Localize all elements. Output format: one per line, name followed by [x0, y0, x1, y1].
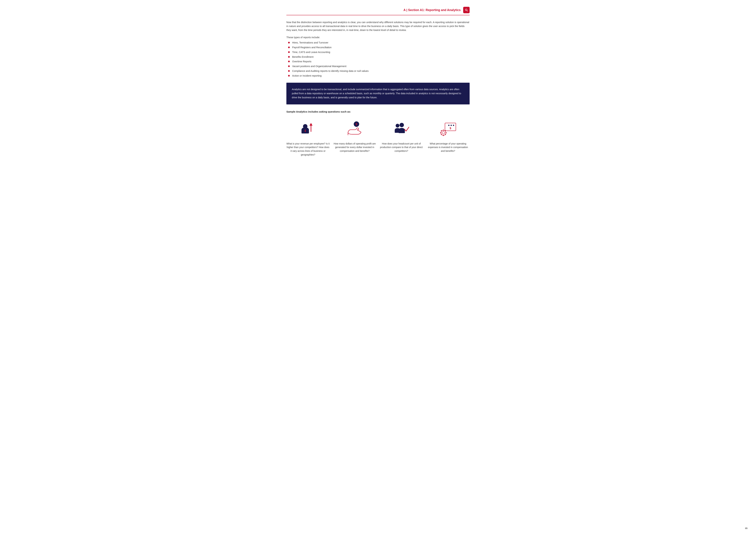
page-header: A | Section A1: Reporting and Analytics — [286, 7, 470, 15]
svg-text:$: $ — [449, 127, 451, 130]
section-title-suffix: Reporting and Analytics — [426, 8, 461, 12]
bullet-dot — [288, 61, 290, 62]
search-button[interactable] — [463, 7, 470, 13]
analytics-card-profit: $ How many dollars of operating profit a… — [333, 120, 376, 157]
info-box: Analytics are not designed to be transac… — [286, 83, 470, 104]
analytics-grid: What is your revenue per employee? Is it… — [286, 120, 470, 157]
section-title: A | Section A1: Reporting and Analytics — [403, 8, 461, 13]
opex-icon: $ — [439, 120, 457, 139]
svg-rect-27 — [446, 132, 446, 133]
bullet-item-text: Overtime Reports — [292, 60, 311, 64]
list-intro-text: These types of reports include: — [286, 36, 470, 40]
info-box-text: Analytics are not designed to be transac… — [292, 88, 461, 99]
bullet-dot — [288, 75, 290, 76]
svg-point-0 — [465, 9, 467, 11]
bullet-item-text: Hires, Terminations and Turnover — [292, 41, 328, 45]
bullet-dot — [288, 42, 290, 43]
analytics-card-profit-text: How many dollars of operating profit are… — [333, 142, 376, 153]
svg-point-23 — [442, 131, 445, 134]
bullet-item-text: Time, CATS and Leave Accounting — [292, 50, 330, 54]
svg-line-1 — [467, 11, 468, 12]
bullet-item-text: Vacant positions and Organizational Mana… — [292, 65, 346, 68]
bullet-dot — [288, 51, 290, 53]
bullet-item-text: Action or Incident reporting — [292, 74, 321, 78]
analytics-card-headcount: How does your headcount per unit of prod… — [380, 120, 423, 157]
section-title-prefix: A | Section A1: — [403, 8, 426, 12]
svg-text:$: $ — [356, 123, 357, 126]
svg-point-14 — [399, 123, 404, 127]
svg-point-18 — [448, 125, 449, 126]
svg-point-11 — [396, 124, 399, 127]
bullet-item: Payroll Registers and Reconciliation — [288, 46, 470, 49]
bullet-dot — [288, 65, 290, 67]
analytics-card-revenue-text: What is your revenue per employee? Is it… — [286, 142, 330, 157]
bullet-item: Action or Incident reporting — [288, 74, 470, 78]
report-types-list: Hires, Terminations and TurnoverPayroll … — [286, 41, 470, 78]
svg-rect-31 — [445, 134, 446, 135]
headcount-icon — [392, 120, 411, 139]
bullet-dot — [288, 46, 290, 48]
analytics-card-opex-text: What percentage of your operating expens… — [426, 142, 470, 153]
bullet-dot — [288, 56, 290, 58]
search-icon — [465, 8, 468, 12]
bullet-item: Benefits Enrollment — [288, 55, 470, 59]
svg-rect-30 — [441, 134, 442, 135]
bullet-item: Hires, Terminations and Turnover — [288, 41, 470, 45]
analytics-card-headcount-text: How does your headcount per unit of prod… — [380, 142, 423, 153]
svg-point-19 — [450, 125, 452, 126]
bullet-item: Overtime Reports — [288, 60, 470, 64]
intro-paragraph: Now that the distinction between reporti… — [286, 20, 470, 32]
bullet-item: Compliance and Auditing reports to ident… — [288, 69, 470, 73]
svg-rect-26 — [440, 132, 441, 133]
bullet-item-text: Payroll Registers and Reconciliation — [292, 46, 332, 49]
svg-rect-16 — [398, 130, 405, 133]
svg-point-4 — [303, 124, 308, 128]
bullet-item-text: Compliance and Auditing reports to ident… — [292, 69, 369, 73]
svg-point-20 — [453, 125, 454, 126]
bullet-dot — [288, 70, 290, 72]
revenue-icon — [299, 120, 317, 139]
analytics-card-opex: $ What percentage of your operating expe… — [426, 120, 470, 157]
bullet-item-text: Benefits Enrollment — [292, 55, 313, 59]
svg-rect-25 — [443, 135, 444, 136]
bullet-item: Vacant positions and Organizational Mana… — [288, 65, 470, 68]
svg-rect-24 — [443, 129, 444, 130]
bullet-item: Time, CATS and Leave Accounting — [288, 50, 470, 54]
sample-analytics-title: Sample Analytics includes asking questio… — [286, 110, 470, 114]
profit-icon: $ — [345, 120, 364, 139]
svg-marker-7 — [310, 123, 312, 126]
analytics-card-revenue: What is your revenue per employee? Is it… — [286, 120, 330, 157]
